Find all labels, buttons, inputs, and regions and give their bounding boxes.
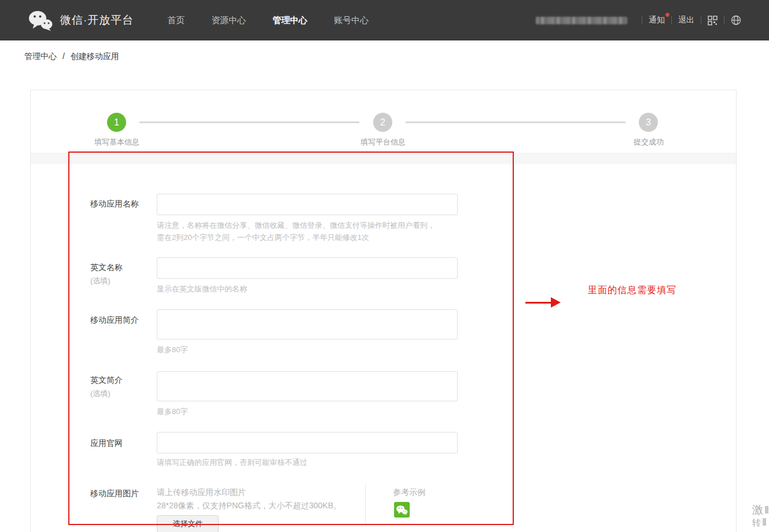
nav-resource-center[interactable]: 资源中心 <box>211 15 246 26</box>
brand-title: 微信·开放平台 <box>60 13 134 28</box>
upload-section-divider <box>365 484 366 526</box>
annotation-note: 里面的信息需要填写 <box>588 285 676 297</box>
basic-info-form: 移动应用名称 请注意，名称将在微信分享、微信收藏、微信登录、微信支付等操作时被用… <box>31 164 736 532</box>
step-indicator: 1 填写基本信息 2 填写平台信息 3 提交成功 <box>31 90 736 153</box>
annotation-arrow-head-icon <box>551 297 561 308</box>
wechat-logo-icon <box>28 10 53 31</box>
official-site-hint: 请填写正确的应用官网，否则可能审核不通过 <box>157 457 307 468</box>
logout-link[interactable]: 退出 <box>678 15 694 25</box>
choose-file-button[interactable]: 选择文件 <box>157 515 219 532</box>
notification-dot <box>665 13 669 17</box>
official-site-label: 应用官网 <box>90 438 123 449</box>
app-name-input[interactable] <box>157 194 458 215</box>
step-1-circle: 1 <box>107 113 126 132</box>
app-intro-textarea[interactable] <box>157 309 458 339</box>
header-divider <box>642 16 642 24</box>
step-1-label: 填写基本信息 <box>71 137 163 147</box>
upload-instruction-line2: 28*28像素，仅支持PNG格式，大小不超过300KB。 <box>157 501 341 511</box>
corner-clipped-glyph <box>765 506 768 513</box>
step-3-circle: 3 <box>639 113 658 132</box>
breadcrumb-current: 创建移动应用 <box>71 51 119 61</box>
sample-title: 参考示例 <box>393 487 425 498</box>
header-divider <box>701 16 701 24</box>
create-app-card: 1 填写基本信息 2 填写平台信息 3 提交成功 移动应用名称 请注意，名称将在… <box>30 90 737 532</box>
corner-line1: 激 <box>752 504 763 516</box>
official-site-input[interactable] <box>157 432 458 453</box>
top-nav-bar: 微信·开放平台 首页 资源中心 管理中心 账号中心 通知 退出 <box>0 0 769 40</box>
step-connector-2 <box>406 121 625 123</box>
step-3-label: 提交成功 <box>602 137 695 147</box>
english-intro-label: 英文简介 <box>90 375 123 386</box>
step-connector-1 <box>139 121 359 123</box>
wechat-open-platform-page: 微信·开放平台 首页 资源中心 管理中心 账号中心 通知 退出 <box>0 0 769 532</box>
app-intro-label: 移动应用简介 <box>90 315 139 326</box>
annotation-arrow-line <box>525 302 552 304</box>
english-name-input[interactable] <box>157 257 458 279</box>
notifications-link[interactable]: 通知 <box>649 15 665 25</box>
header-divider <box>724 16 724 24</box>
english-name-label: 英文名称 <box>90 263 123 273</box>
english-intro-hint: 最多80字 <box>157 407 187 417</box>
step-2-number: 2 <box>380 117 385 128</box>
step-2-circle: 2 <box>373 113 392 132</box>
section-separator <box>31 153 736 164</box>
brand[interactable]: 微信·开放平台 <box>28 10 134 31</box>
corner-clipped-glyph <box>763 518 766 526</box>
wechat-sample-icon <box>394 502 410 518</box>
nav-management-center[interactable]: 管理中心 <box>273 15 307 26</box>
app-intro-hint: 最多80字 <box>157 345 187 355</box>
notifications-label: 通知 <box>649 15 665 24</box>
app-name-hint-line2: 需在2到20个字节之间，一个中文占两个字节，半年只能修改1次 <box>157 232 369 243</box>
step-3-number: 3 <box>646 117 651 128</box>
english-name-optional-label: (选填) <box>90 276 111 286</box>
app-name-hint-line1: 请注意，名称将在微信分享、微信收藏、微信登录、微信支付等操作时被用户看到， <box>157 220 435 231</box>
breadcrumb: 管理中心 / 创建移动应用 <box>24 51 119 62</box>
nav-home[interactable]: 首页 <box>167 15 185 26</box>
upload-instruction-line1: 请上传移动应用水印图片 <box>157 487 246 498</box>
english-intro-textarea[interactable] <box>157 371 458 401</box>
header-divider <box>671 16 672 24</box>
breadcrumb-separator: / <box>62 51 65 61</box>
user-account-blurred[interactable] <box>536 17 627 24</box>
language-globe-icon[interactable] <box>731 15 741 25</box>
qr-code-icon[interactable] <box>708 16 718 25</box>
corner-widget-clipped[interactable]: 激 转 <box>752 503 769 532</box>
corner-line2: 转 <box>752 518 761 527</box>
breadcrumb-management-center[interactable]: 管理中心 <box>24 51 57 61</box>
english-name-hint: 显示在英文版微信中的名称 <box>157 284 247 294</box>
step-1-number: 1 <box>114 117 119 128</box>
header-right: 通知 退出 <box>536 0 741 40</box>
english-intro-optional-label: (选填) <box>90 389 111 399</box>
step-2-label: 填写平台信息 <box>337 137 429 147</box>
app-image-label: 移动应用图片 <box>90 489 139 499</box>
nav-account-center[interactable]: 账号中心 <box>334 15 369 26</box>
app-name-label: 移动应用名称 <box>90 199 139 209</box>
main-nav: 首页 资源中心 管理中心 账号中心 <box>167 15 395 26</box>
